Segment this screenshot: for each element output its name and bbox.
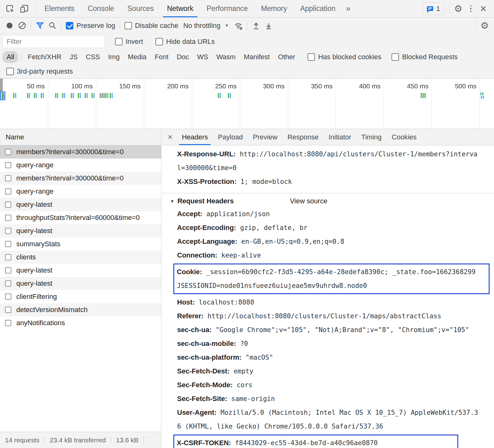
request-checkbox[interactable] xyxy=(5,241,11,247)
request-checkbox[interactable] xyxy=(5,228,11,234)
header-name: Accept-Encoding: xyxy=(177,224,236,232)
clear-network-log-icon[interactable] xyxy=(16,19,28,32)
settings-icon[interactable]: ⚙ xyxy=(452,3,465,15)
name-column-header[interactable]: Name xyxy=(0,129,161,145)
more-tabs-button[interactable]: » xyxy=(342,0,354,17)
request-checkbox[interactable] xyxy=(5,215,11,221)
request-row[interactable]: members?interval=300000&time=0 xyxy=(0,172,161,185)
request-row[interactable]: throughputStats?interval=60000&time=0 xyxy=(0,211,161,224)
close-detail-icon[interactable]: × xyxy=(161,129,177,145)
throttling-dropdown[interactable]: No throttling ▼ xyxy=(180,22,232,30)
request-checkbox[interactable] xyxy=(5,162,11,168)
response-headers-tail: X-Response-URL: http://localhost:8080/ap… xyxy=(161,145,494,193)
overview-band[interactable]: 50 ms100 ms150 ms200 ms250 ms300 ms350 m… xyxy=(0,79,494,129)
main-tab-application[interactable]: Application xyxy=(294,0,342,17)
header-sec-ch-ua-mobile: sec-ch-ua-mobile: ?0 xyxy=(177,337,491,351)
close-devtools-icon[interactable]: × xyxy=(477,3,490,15)
request-row[interactable]: clientFiltering xyxy=(0,290,161,303)
request-row[interactable]: query-range xyxy=(0,159,161,172)
more-options-icon[interactable] xyxy=(465,3,477,15)
overview-selected-request[interactable] xyxy=(0,91,5,100)
chip-wasm[interactable]: Wasm xyxy=(212,51,240,63)
chip-ws[interactable]: WS xyxy=(193,51,212,63)
divider xyxy=(31,21,31,30)
chip-media[interactable]: Media xyxy=(124,51,151,63)
detail-tab-initiator[interactable]: Initiator xyxy=(323,129,356,145)
detail-tab-headers[interactable]: Headers xyxy=(177,129,213,145)
detail-tab-cookies[interactable]: Cookies xyxy=(387,129,422,145)
disclosure-triangle-icon[interactable]: ▼ xyxy=(170,199,174,204)
request-name: query-latest xyxy=(16,201,52,209)
request-checkbox[interactable] xyxy=(5,280,11,287)
request-checkbox[interactable] xyxy=(5,294,11,300)
main-tab-memory[interactable]: Memory xyxy=(255,0,294,17)
disable-cache-checkbox[interactable] xyxy=(124,22,132,29)
network-conditions-icon[interactable] xyxy=(232,19,244,32)
request-checkbox[interactable] xyxy=(5,320,11,326)
request-row[interactable]: query-latest xyxy=(0,277,161,290)
main-tab-network[interactable]: Network xyxy=(160,0,200,17)
header-user-agent: User-Agent: Mozilla/5.0 (Macintosh; Inte… xyxy=(177,406,491,433)
detail-tab-preview[interactable]: Preview xyxy=(248,129,282,145)
chip-font[interactable]: Font xyxy=(151,51,173,63)
header-name: Referer: xyxy=(177,312,203,320)
request-checkbox[interactable] xyxy=(5,201,11,208)
chip-all[interactable]: All xyxy=(3,51,18,63)
export-har-icon[interactable] xyxy=(262,19,275,32)
detail-tab-payload[interactable]: Payload xyxy=(213,129,248,145)
main-tab-console[interactable]: Console xyxy=(81,0,121,17)
divider xyxy=(449,4,449,13)
third-party-checkbox[interactable] xyxy=(6,68,14,75)
request-row[interactable]: summaryStats xyxy=(0,237,161,251)
chip-js[interactable]: JS xyxy=(66,51,82,63)
request-checkbox[interactable] xyxy=(5,254,11,260)
request-row[interactable]: clients xyxy=(0,251,161,264)
chip-css[interactable]: CSS xyxy=(82,51,104,63)
request-row[interactable]: query-latest xyxy=(0,224,161,237)
filter-input[interactable] xyxy=(3,35,104,48)
request-row[interactable]: query-latest xyxy=(0,264,161,277)
main-tab-sources[interactable]: Sources xyxy=(121,0,160,17)
request-row[interactable]: detectVersionMismatch xyxy=(0,303,161,316)
request-checkbox[interactable] xyxy=(5,267,11,273)
header-sec-ch-ua-platform: sec-ch-ua-platform: "macOS" xyxy=(177,351,491,364)
request-checkbox[interactable] xyxy=(5,307,11,313)
request-name: query-range xyxy=(16,161,54,169)
divider xyxy=(35,4,35,13)
main-tab-performance[interactable]: Performance xyxy=(200,0,255,17)
chip-doc[interactable]: Doc xyxy=(173,51,193,63)
main-tab-elements[interactable]: Elements xyxy=(38,0,81,17)
request-checkbox[interactable] xyxy=(5,149,11,155)
request-name: clients xyxy=(16,253,36,261)
request-row[interactable]: query-latest xyxy=(0,198,161,211)
record-network-log-icon[interactable] xyxy=(3,19,16,32)
request-checkbox[interactable] xyxy=(5,175,11,181)
issues-badge[interactable]: 1 xyxy=(422,3,445,15)
hide-data-urls-checkbox[interactable] xyxy=(155,38,163,45)
inspect-element-icon[interactable] xyxy=(4,3,16,15)
view-source-button[interactable]: View source xyxy=(290,197,327,205)
chip-other[interactable]: Other xyxy=(274,51,299,63)
filter-icon[interactable] xyxy=(34,19,46,32)
invert-checkbox[interactable] xyxy=(115,38,123,45)
chip-fetch-xhr[interactable]: Fetch/XHR xyxy=(24,51,66,63)
header-name: Sec-Fetch-Site: xyxy=(177,395,227,403)
chip-img[interactable]: Img xyxy=(104,51,124,63)
request-name: query-latest xyxy=(16,279,52,288)
has-blocked-cookies-checkbox[interactable] xyxy=(307,53,315,61)
device-toolbar-icon[interactable] xyxy=(18,3,31,15)
header-value: en-GB,en-US;q=0.9,en;q=0.8 xyxy=(237,238,344,245)
network-settings-icon[interactable]: ⚙ xyxy=(478,19,491,32)
preserve-log-checkbox[interactable] xyxy=(66,22,73,29)
request-row[interactable]: query-range xyxy=(0,185,161,198)
request-row[interactable]: members?interval=300000&time=0 xyxy=(0,145,161,159)
detail-tab-timing[interactable]: Timing xyxy=(356,129,386,145)
chip-manifest[interactable]: Manifest xyxy=(240,51,274,63)
search-icon[interactable] xyxy=(46,19,59,32)
resource-type-row: AllFetch/XHRJSCSSImgMediaFontDocWSWasmMa… xyxy=(0,49,494,65)
import-har-icon[interactable] xyxy=(250,19,262,32)
blocked-requests-checkbox[interactable] xyxy=(392,53,399,61)
request-row[interactable]: anyNotifications xyxy=(0,316,161,330)
detail-tab-response[interactable]: Response xyxy=(282,129,323,145)
request-checkbox[interactable] xyxy=(5,188,11,195)
